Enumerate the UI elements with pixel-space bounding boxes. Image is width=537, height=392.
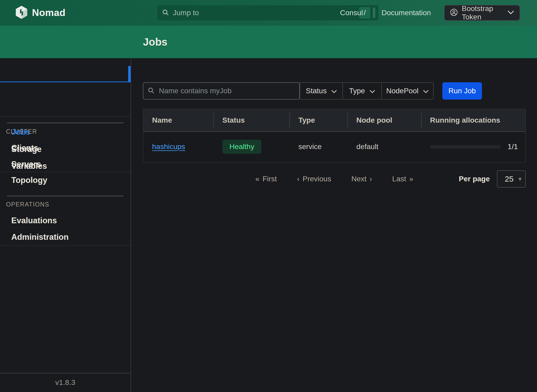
top-navbar: Nomad Consul / Documentation bbox=[0, 0, 537, 26]
search-right-adornment: Consul / bbox=[340, 7, 375, 19]
nodepool-filter-dropdown[interactable]: NodePool bbox=[381, 83, 433, 99]
column-header-running-allocations[interactable]: Running allocations bbox=[421, 109, 525, 131]
sidebar-section-cluster: CLUSTER bbox=[6, 128, 37, 135]
sidebar-nav: Jobs Storage Variables CLUSTER Clients S… bbox=[0, 58, 131, 392]
chevron-down-icon bbox=[423, 87, 429, 95]
user-icon bbox=[450, 8, 458, 17]
chevron-down-icon bbox=[369, 87, 375, 95]
type-filter-label: Type bbox=[349, 87, 365, 95]
per-page-label: Per page bbox=[459, 175, 490, 183]
chevron-down-icon bbox=[331, 87, 337, 95]
sidebar-item-administration[interactable]: Administration bbox=[11, 231, 69, 243]
consul-link[interactable]: Consul bbox=[340, 9, 363, 17]
last-page-button[interactable]: Last » bbox=[392, 175, 414, 183]
job-allocations-cell: 1/1 bbox=[421, 143, 525, 151]
sidebar-item-topology[interactable]: Topology bbox=[11, 175, 47, 186]
double-chevron-right-icon: » bbox=[409, 175, 414, 183]
job-node-pool-cell: default bbox=[347, 143, 421, 151]
caret-down-icon: ▾ bbox=[518, 175, 522, 183]
sidebar-divider bbox=[0, 245, 131, 246]
column-separator bbox=[347, 112, 348, 128]
status-filter-dropdown[interactable]: Status bbox=[300, 83, 342, 99]
sidebar-item-evaluations[interactable]: Evaluations bbox=[11, 215, 57, 226]
job-name-link[interactable]: hashicups bbox=[152, 143, 185, 151]
filter-dropdown-group: Status Type NodePool bbox=[300, 82, 434, 100]
pagination-bar: « First ‹ Previous Next › Last » Per pag… bbox=[143, 170, 526, 188]
column-header-name[interactable]: Name bbox=[143, 109, 213, 131]
search-icon bbox=[148, 87, 155, 95]
column-header-status[interactable]: Status bbox=[213, 109, 289, 131]
sidebar-section-divider bbox=[7, 196, 123, 196]
bootstrap-token-menu[interactable]: Bootstrap Token bbox=[444, 5, 520, 21]
active-item-underline bbox=[0, 81, 131, 82]
table-header-row: Name Status Type Node pool Running alloc… bbox=[143, 109, 525, 132]
jump-to-search[interactable]: Consul / bbox=[157, 5, 378, 20]
brand-wordmark: Nomad bbox=[32, 7, 66, 18]
version-label: v1.8.3 bbox=[0, 378, 131, 387]
jump-to-input[interactable] bbox=[172, 8, 272, 17]
pagination-links: « First ‹ Previous Next › Last » bbox=[255, 175, 414, 183]
next-page-button[interactable]: Next › bbox=[351, 175, 372, 183]
sidebar-divider bbox=[0, 172, 131, 172]
job-type-cell: service bbox=[289, 143, 347, 151]
search-icon bbox=[162, 9, 169, 17]
active-item-indicator bbox=[128, 66, 131, 82]
sidebar-section-operations: OPERATIONS bbox=[6, 200, 49, 208]
sidebar-footer-divider bbox=[0, 373, 131, 373]
per-page-control: Per page 25 ▾ bbox=[459, 170, 526, 188]
per-page-select[interactable]: 25 ▾ bbox=[497, 170, 526, 188]
bootstrap-token-label: Bootstrap Token bbox=[462, 4, 503, 21]
first-page-button[interactable]: « First bbox=[255, 175, 277, 183]
running-allocations-progress bbox=[430, 145, 501, 149]
per-page-value: 25 bbox=[505, 175, 513, 183]
sidebar-item-clients[interactable]: Clients bbox=[11, 142, 38, 154]
column-separator bbox=[421, 112, 422, 128]
type-filter-dropdown[interactable]: Type bbox=[342, 83, 381, 99]
previous-page-button[interactable]: ‹ Previous bbox=[297, 175, 331, 183]
double-chevron-left-icon: « bbox=[255, 175, 260, 183]
text-cursor bbox=[373, 8, 375, 18]
job-search-input[interactable] bbox=[158, 86, 295, 95]
page-title: Jobs bbox=[143, 26, 167, 58]
sidebar-section-divider bbox=[7, 123, 123, 123]
chevron-right-icon: › bbox=[370, 175, 372, 183]
page-header: Jobs bbox=[0, 26, 537, 58]
nomad-app-window: Nomad Consul / Documentation bbox=[0, 0, 537, 392]
job-row[interactable]: hashicups Healthy service default 1/1 bbox=[143, 132, 525, 162]
chevron-down-icon bbox=[507, 10, 514, 15]
sidebar-item-servers[interactable]: Servers bbox=[11, 159, 41, 170]
column-header-type[interactable]: Type bbox=[289, 109, 347, 131]
nodepool-filter-label: NodePool bbox=[386, 87, 418, 95]
jobs-table: Name Status Type Node pool Running alloc… bbox=[143, 109, 526, 162]
column-header-node-pool[interactable]: Node pool bbox=[347, 109, 421, 131]
nomad-logo-icon bbox=[15, 6, 28, 20]
chevron-left-icon: ‹ bbox=[297, 175, 299, 183]
documentation-link[interactable]: Documentation bbox=[382, 0, 431, 26]
job-search-box bbox=[143, 82, 300, 100]
run-job-button[interactable]: Run Job bbox=[442, 82, 482, 100]
column-separator bbox=[213, 112, 214, 128]
column-separator bbox=[289, 112, 290, 128]
sidebar-divider bbox=[0, 116, 131, 117]
status-filter-label: Status bbox=[306, 87, 326, 95]
allocations-count: 1/1 bbox=[508, 143, 518, 151]
brand[interactable]: Nomad bbox=[15, 0, 66, 26]
status-badge: Healthy bbox=[222, 140, 261, 154]
